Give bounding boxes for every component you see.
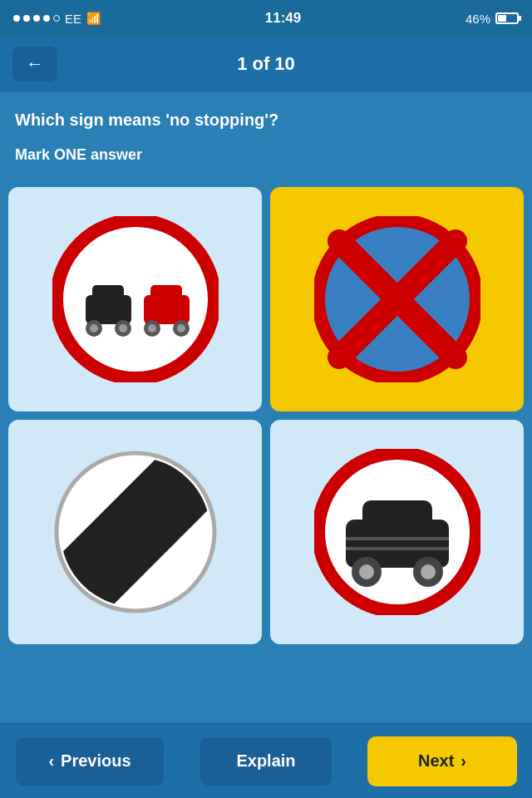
answer-b[interactable] bbox=[270, 187, 524, 411]
explain-button[interactable]: Explain bbox=[200, 736, 332, 786]
prev-chevron-icon: ‹ bbox=[48, 751, 54, 771]
previous-label: Previous bbox=[61, 751, 131, 771]
battery-percent: 46% bbox=[466, 12, 490, 26]
back-arrow-icon: ← bbox=[26, 55, 44, 73]
svg-point-6 bbox=[119, 324, 127, 332]
question-area: Which sign means 'no stopping'? Mark ONE… bbox=[0, 91, 532, 187]
clock: 11:49 bbox=[265, 10, 301, 27]
nav-bar: ← 1 of 10 bbox=[0, 37, 532, 91]
svg-rect-8 bbox=[150, 285, 182, 303]
question-counter: 1 of 10 bbox=[237, 53, 295, 75]
next-label: Next bbox=[418, 751, 454, 771]
svg-rect-21 bbox=[362, 500, 432, 530]
battery-icon bbox=[495, 12, 519, 24]
no-stopping-sign bbox=[270, 187, 524, 411]
no-overtaking-sign bbox=[8, 187, 262, 411]
explain-label: Explain bbox=[236, 751, 295, 771]
svg-point-0 bbox=[57, 220, 214, 378]
carrier-label: EE bbox=[65, 12, 81, 26]
answer-d[interactable] bbox=[270, 420, 524, 644]
wifi-icon: 📶 bbox=[86, 12, 101, 25]
bottom-bar: ‹ Previous Explain Next › bbox=[0, 723, 532, 798]
back-button[interactable]: ← bbox=[12, 46, 58, 82]
battery-area: 46% bbox=[466, 12, 519, 26]
svg-point-25 bbox=[421, 564, 436, 579]
end-restriction-sign bbox=[8, 420, 262, 644]
svg-rect-2 bbox=[92, 285, 124, 303]
next-button[interactable]: Next › bbox=[367, 736, 517, 786]
previous-button[interactable]: ‹ Previous bbox=[15, 736, 165, 786]
svg-point-5 bbox=[90, 324, 98, 332]
svg-point-11 bbox=[148, 324, 156, 332]
svg-point-12 bbox=[177, 324, 185, 332]
signal-carrier: EE 📶 bbox=[13, 12, 101, 26]
no-vehicles-sign bbox=[270, 420, 524, 644]
answer-a[interactable] bbox=[8, 187, 262, 411]
next-chevron-icon: › bbox=[461, 751, 466, 771]
status-bar: EE 📶 11:49 46% bbox=[0, 0, 532, 37]
answer-c[interactable] bbox=[8, 420, 262, 644]
svg-point-23 bbox=[359, 564, 374, 579]
answer-grid bbox=[0, 187, 532, 644]
question-text: Which sign means 'no stopping'? bbox=[15, 108, 517, 131]
mark-label: Mark ONE answer bbox=[15, 146, 517, 164]
